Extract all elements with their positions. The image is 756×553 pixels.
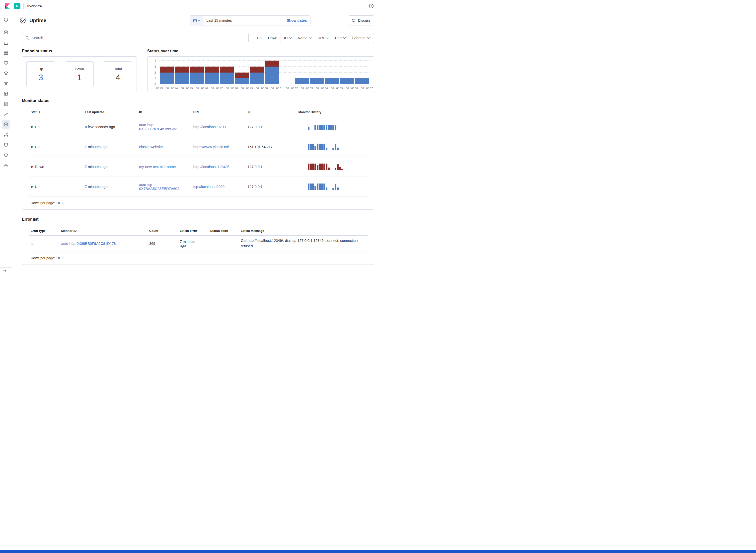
help-icon[interactable] [369,3,374,9]
calendar-icon [193,18,197,23]
status-over-time-chart: 01234 08:43:3008:44:3008:45:3008:46:3008… [149,59,373,91]
filter-scheme[interactable]: Scheme [349,33,372,43]
sidebar-item-recently-viewed[interactable] [0,14,12,25]
monitor-status-table: Status Last updated ID URL IP Monitor Hi… [29,107,368,197]
time-range-label[interactable]: Last 15 minutes [203,18,287,22]
sidebar-item-dashboard[interactable] [0,48,12,58]
discuss-label: Discuss [358,18,371,22]
monitor-history-sparkline [308,183,362,190]
maps-icon [2,69,10,78]
monitor-status-section: Monitor status Status Last updated ID UR… [22,98,374,210]
filter-id[interactable]: ID [281,33,295,43]
endpoint-card-down: Down 1 [65,61,94,87]
column-header-latest-message: Latest message [239,225,368,236]
chevron-down-icon [309,36,311,38]
monitor-url-link[interactable]: https://www.elastic.co/ [193,145,229,149]
sidebar-item-machine-learning[interactable] [0,78,12,88]
discuss-button[interactable]: Discuss [348,15,374,25]
column-header-count[interactable]: Count [147,225,178,236]
chart-bar [174,61,189,84]
monitor-id-link[interactable]: my-new-test-site-name [139,165,176,169]
column-header-status-code[interactable]: Status code [208,225,239,236]
space-badge[interactable]: D [14,3,20,9]
latest-error-cell: 7 minutes ago [178,236,208,252]
filter-url[interactable]: URL [314,33,332,43]
monitor-id-link[interactable]: auto-tcp-0X7BAA5C23EED7A602 [139,183,180,191]
column-header-monitor-id[interactable]: Monitor ID [59,225,147,236]
page-title: Uptime [29,18,46,23]
calendar-dropdown-button[interactable] [190,16,203,25]
sidebar-item-discover[interactable] [0,27,12,37]
column-header-latest-error[interactable]: Latest error [178,225,208,236]
endpoint-card-up: Up 3 [26,61,55,87]
column-header-ip[interactable]: IP [246,107,296,117]
recently-viewed-icon [2,15,10,24]
sidebar-item-uptime[interactable] [0,119,12,130]
sidebar-collapse-button[interactable] [0,267,12,274]
rows-per-page[interactable]: Rows per page: 10 [29,197,368,210]
sidebar-item-apm[interactable] [0,88,12,99]
endpoint-card-total: Total 4 [104,61,132,87]
column-header-id[interactable]: ID [137,107,191,117]
filter-down[interactable]: Down [265,33,281,43]
management-icon [2,161,10,169]
sidebar-item-monitoring[interactable] [0,150,12,160]
sidebar-item-visualize[interactable] [0,37,12,48]
date-picker: Last 15 minutes Show dates [190,15,310,25]
sidebar-item-security[interactable] [0,140,12,150]
monitor-id-link[interactable]: auto-http-0X3F1F767F45156CB3 [139,123,180,131]
chevron-down-icon [198,19,200,21]
monitor-status-panel: Status Last updated ID URL IP Monitor Hi… [22,106,374,210]
search-input[interactable] [32,36,246,40]
column-header-error-type[interactable]: Error type [29,225,59,236]
column-header-monitor-history: Monitor History [296,107,368,117]
chevron-down-icon [62,201,64,204]
sidebar-item-metrics[interactable] [0,109,12,119]
last-updated-cell: 7 minutes ago [83,157,137,177]
page-header: Uptime Last 15 minutes Show dates [12,12,378,27]
endpoint-status-section: Endpoint status Up 3 Down 1 Total 4 [22,49,137,92]
breadcrumb[interactable]: Overview [27,4,42,8]
latest-message-cell: Get http://localhost:12349/: dial tcp 12… [239,236,368,252]
monitor-url-link[interactable]: http://localhost:9200 [193,125,226,129]
ip-cell: 151.101.54.217 [246,137,296,157]
table-row: Up 7 minutes ago elastic-website https:/… [29,137,368,157]
monitor-url-link[interactable]: http://localhost:12349/ [193,165,229,169]
sidebar-item-logs[interactable] [0,99,12,109]
column-header-url[interactable]: URL [191,107,246,117]
chart-bar [355,61,370,84]
chart-bar [309,61,324,84]
chart-bar [294,61,309,84]
sidebar-item-management[interactable] [0,160,12,170]
monitor-history-sparkline [308,164,362,170]
status-over-time-title: Status over time [147,49,374,53]
column-header-last-updated[interactable]: Last updated [83,107,137,117]
monitor-url-link[interactable]: tcp://localhost:9200 [193,185,224,189]
filter-name[interactable]: Name [294,33,314,43]
filter-port[interactable]: Port [332,33,349,43]
error-monitor-id-link[interactable]: auto-http-0X89BB0F9A6C81D178 [61,242,116,246]
chart-bar [189,61,204,84]
apm-icon [2,89,10,98]
ip-cell: 127.0.0.1 [246,117,296,137]
endpoint-status-panel: Up 3 Down 1 Total 4 [22,56,137,92]
error-list-panel: Error type Monitor ID Count Latest error… [22,225,374,265]
sidebar-item-canvas[interactable] [0,58,12,68]
rows-per-page[interactable]: Rows per page: 10 [29,252,368,264]
sidebar-item-graph[interactable] [0,130,12,140]
error-list-table: Error type Monitor ID Count Latest error… [29,225,368,252]
table-row: io auto-http-0X89BB0F9A6C81D178 369 7 mi… [29,236,368,252]
sidebar-item-maps[interactable] [0,68,12,78]
monitor-history-sparkline [308,124,362,130]
status-code-cell [208,236,239,252]
filter-up[interactable]: Up [254,33,265,43]
show-dates-link[interactable]: Show dates [287,18,310,22]
monitor-history-sparkline [308,144,362,150]
status-badge: Down [31,165,77,169]
column-header-status[interactable]: Status [29,107,83,117]
uptime-icon [2,120,10,129]
kibana-logo[interactable] [4,2,11,9]
table-row: Up 7 minutes ago auto-tcp-0X7BAA5C23EED7… [29,177,368,197]
monitor-id-link[interactable]: elastic-website [139,145,163,149]
chart-bar [160,61,174,84]
